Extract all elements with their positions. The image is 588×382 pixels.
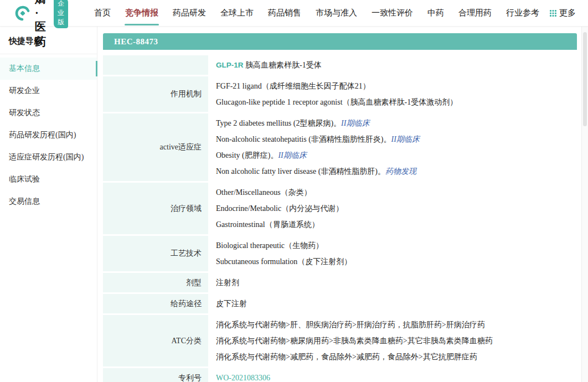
row-label: 专利号 bbox=[103, 368, 208, 382]
value-line: 注射剂 bbox=[216, 275, 577, 291]
row-value: FGF-21 ligand（成纤维细胞生长因子配体21）Glucagon-lik… bbox=[208, 76, 577, 112]
row-label: 给药途径 bbox=[103, 294, 208, 313]
value-line: Non-alcoholic steatohepatitis (非酒精性脂肪性肝炎… bbox=[216, 131, 577, 147]
value-line: 消化系统与代谢药物>减肥药，食品除外>减肥药，食品除外>其它抗肥胖症药 bbox=[216, 349, 577, 365]
value-text: 皮下注射 bbox=[216, 300, 247, 308]
value-text: Non alcoholic fatty liver disease (非酒精性脂… bbox=[216, 167, 385, 175]
table-row: 作用机制FGF-21 ligand（成纤维细胞生长因子配体21）Glucagon… bbox=[103, 76, 577, 112]
row-label: 剂型 bbox=[103, 273, 208, 292]
value-text: Other/Miscellaneous（杂类） bbox=[216, 188, 312, 197]
sidebar-item[interactable]: 基本信息 bbox=[0, 58, 97, 80]
value-line: Endocrine/Metabolic（内分泌与代谢） bbox=[216, 200, 577, 216]
row-value: WO-2021083306 bbox=[208, 368, 577, 382]
nav-item[interactable]: 一致性评价 bbox=[364, 0, 420, 27]
sidebar-item[interactable]: 药品研发历程(国内) bbox=[0, 124, 97, 146]
sidebar-item[interactable]: 交易信息 bbox=[0, 190, 97, 213]
value-text: Endocrine/Metabolic（内分泌与代谢） bbox=[216, 204, 343, 213]
row-label: active适应症 bbox=[103, 113, 208, 181]
sidebar-item[interactable]: 研发企业 bbox=[0, 80, 97, 102]
value-text: 消化系统与代谢药物>减肥药，食品除外>减肥药，食品除外>其它抗肥胖症药 bbox=[216, 353, 477, 361]
nav-item[interactable]: 市场与准入 bbox=[308, 0, 364, 27]
value-line: Gastrointestinal（胃肠道系统） bbox=[216, 216, 577, 233]
value-line: Glucagon-like peptide 1 receptor agonist… bbox=[216, 94, 577, 110]
sidebar-item[interactable]: 适应症研发历程(国内) bbox=[0, 146, 97, 168]
drug-info-table: GLP-1R 胰高血糖素样肽-1受体作用机制FGF-21 ligand（成纤维细… bbox=[103, 55, 577, 382]
main-content: HEC-88473 GLP-1R 胰高血糖素样肽-1受体作用机制FGF-21 l… bbox=[97, 27, 581, 382]
value-text: Gastrointestinal（胃肠道系统） bbox=[216, 220, 319, 229]
row-value: 消化系统与代谢药物>肝、胆疾病治疗药>肝病治疗药，抗脂肪肝药>肝病治疗药消化系统… bbox=[208, 315, 577, 366]
main-nav: 首页竞争情报药品研发全球上市药品销售市场与准入一致性评价中药合理用药行业参考 bbox=[87, 0, 546, 27]
nav-item[interactable]: 全球上市 bbox=[213, 0, 261, 27]
nav-item[interactable]: 合理用药 bbox=[451, 0, 499, 27]
nav-item[interactable]: 中药 bbox=[420, 0, 451, 27]
nav-item[interactable]: 竞争情报 bbox=[118, 0, 166, 27]
nav-item[interactable]: 药品研发 bbox=[166, 0, 213, 27]
drug-name: HEC-88473 bbox=[114, 37, 158, 46]
table-row: GLP-1R 胰高血糖素样肽-1受体 bbox=[103, 55, 577, 75]
row-value: GLP-1R 胰高血糖素样肽-1受体 bbox=[208, 55, 577, 75]
value-line: Non alcoholic fatty liver disease (非酒精性脂… bbox=[216, 163, 577, 179]
row-label: ATC分类 bbox=[103, 315, 208, 366]
row-label: 治疗领域 bbox=[103, 183, 208, 234]
sidebar-item[interactable]: 研发状态 bbox=[0, 102, 97, 124]
value-line: 消化系统与代谢药物>肝、胆疾病治疗药>肝病治疗药，抗脂肪肝药>肝病治疗药 bbox=[216, 317, 577, 333]
top-navigation: 摩熵·医药 企业版 首页竞争情报药品研发全球上市药品销售市场与准入一致性评价中药… bbox=[0, 0, 588, 27]
value-text: 胰高血糖素样肽-1受体 bbox=[244, 61, 322, 69]
scrollbar-thumb[interactable] bbox=[583, 32, 587, 126]
scrollbar[interactable] bbox=[581, 27, 588, 382]
value-line: FGF-21 ligand（成纤维细胞生长因子配体21） bbox=[216, 78, 577, 94]
value-line: Biological therapeutic（生物药） bbox=[216, 238, 577, 254]
grid-icon bbox=[550, 10, 556, 17]
value-text: Non-alcoholic steatohepatitis (非酒精性脂肪性肝炎… bbox=[216, 135, 391, 143]
value-text: 注射剂 bbox=[216, 278, 239, 287]
row-label: 工艺技术 bbox=[103, 236, 208, 271]
row-label bbox=[103, 55, 208, 75]
table-row: ATC分类消化系统与代谢药物>肝、胆疾病治疗药>肝病治疗药，抗脂肪肝药>肝病治疗… bbox=[103, 315, 577, 366]
table-row: 工艺技术Biological therapeutic（生物药）Subcutane… bbox=[103, 236, 577, 271]
app-window: 摩熵·医药 企业版 首页竞争情报药品研发全球上市药品销售市场与准入一致性评价中药… bbox=[0, 0, 588, 382]
value-link[interactable]: 药物发现 bbox=[385, 167, 416, 175]
value-line: 消化系统与代谢药物>糖尿病用药>非胰岛素类降血糖药>其它非胰岛素类降血糖药 bbox=[216, 333, 577, 349]
value-line: WO-2021083306 bbox=[216, 370, 577, 382]
nav-more-button[interactable]: 更多 bbox=[550, 8, 576, 18]
value-line: 皮下注射 bbox=[216, 296, 577, 312]
table-row: 专利号WO-2021083306 bbox=[103, 368, 577, 382]
value-line: Subcutaneous formulation（皮下注射剂） bbox=[216, 254, 577, 270]
value-text: Subcutaneous formulation（皮下注射剂） bbox=[216, 257, 352, 266]
table-row: 治疗领域Other/Miscellaneous（杂类）Endocrine/Met… bbox=[103, 183, 577, 234]
nav-item[interactable]: 首页 bbox=[87, 0, 118, 27]
value-text: FGF-21 ligand（成纤维细胞生长因子配体21） bbox=[216, 82, 370, 90]
value-link[interactable]: II期临床 bbox=[391, 135, 420, 143]
value-link[interactable]: II期临床 bbox=[278, 151, 306, 159]
nav-more-label: 更多 bbox=[559, 8, 576, 18]
value-link[interactable]: II期临床 bbox=[341, 119, 369, 127]
logo[interactable]: 摩熵·医药 企业版 bbox=[14, 0, 68, 49]
value-text: Obesity (肥胖症)。 bbox=[216, 151, 278, 159]
value-text: 消化系统与代谢药物>肝、胆疾病治疗药>肝病治疗药，抗脂肪肝药>肝病治疗药 bbox=[216, 321, 485, 329]
nav-item[interactable]: 行业参考 bbox=[499, 0, 546, 27]
row-value: 皮下注射 bbox=[208, 294, 577, 313]
table-row: 剂型注射剂 bbox=[103, 273, 577, 292]
value-line: Type 2 diabetes mellitus (2型糖尿病)。II期临床 bbox=[216, 115, 577, 131]
page-layout: 快捷导航 基本信息研发企业研发状态药品研发历程(国内)适应症研发历程(国内)临床… bbox=[0, 27, 588, 382]
value-text: Biological therapeutic（生物药） bbox=[216, 241, 323, 250]
value-line: Other/Miscellaneous（杂类） bbox=[216, 184, 577, 200]
table-row: active适应症Type 2 diabetes mellitus (2型糖尿病… bbox=[103, 113, 577, 181]
sidebar-item[interactable]: 临床试验 bbox=[0, 168, 97, 190]
row-value: Type 2 diabetes mellitus (2型糖尿病)。II期临床No… bbox=[208, 113, 577, 181]
value-line: Obesity (肥胖症)。II期临床 bbox=[216, 147, 577, 163]
drug-header-bar: HEC-88473 bbox=[103, 33, 577, 50]
sidebar: 快捷导航 基本信息研发企业研发状态药品研发历程(国内)适应症研发历程(国内)临床… bbox=[0, 27, 97, 382]
value-link[interactable]: GLP-1R bbox=[216, 61, 244, 69]
value-text: Type 2 diabetes mellitus (2型糖尿病)。 bbox=[216, 119, 341, 127]
nav-item[interactable]: 药品销售 bbox=[261, 0, 308, 27]
row-value: Other/Miscellaneous（杂类）Endocrine/Metabol… bbox=[208, 183, 577, 234]
value-link[interactable]: WO-2021083306 bbox=[216, 374, 270, 382]
value-line: GLP-1R 胰高血糖素样肽-1受体 bbox=[216, 57, 577, 73]
value-text: 消化系统与代谢药物>糖尿病用药>非胰岛素类降血糖药>其它非胰岛素类降血糖药 bbox=[216, 337, 493, 345]
sidebar-items: 基本信息研发企业研发状态药品研发历程(国内)适应症研发历程(国内)临床试验交易信… bbox=[0, 54, 97, 213]
table-row: 给药途径皮下注射 bbox=[103, 294, 577, 313]
value-text: Glucagon-like peptide 1 receptor agonist… bbox=[216, 98, 457, 106]
row-value: 注射剂 bbox=[208, 273, 577, 292]
row-label: 作用机制 bbox=[103, 76, 208, 112]
